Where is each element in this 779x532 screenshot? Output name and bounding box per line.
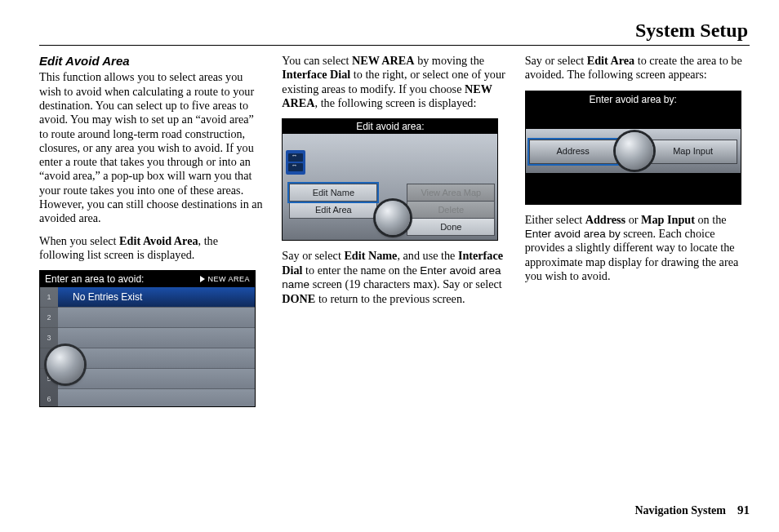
col3-paragraph-1: Say or select Edit Area to create the ar… bbox=[525, 54, 750, 82]
col2-paragraph-1: You can select NEW AREA by moving the In… bbox=[282, 54, 506, 110]
bold-text: Edit Area bbox=[587, 54, 634, 67]
text: Say or select bbox=[525, 54, 587, 67]
header-rule bbox=[39, 45, 750, 46]
text: Say or select bbox=[282, 249, 344, 262]
footer-label: Navigation System bbox=[634, 504, 726, 516]
address-button[interactable]: Address bbox=[529, 140, 617, 164]
bold-text: DONE bbox=[282, 292, 315, 305]
num: 2 bbox=[40, 308, 58, 328]
map-input-button[interactable]: Map Input bbox=[649, 140, 737, 164]
screenshot-body: Address Map Input bbox=[526, 129, 741, 173]
text: on the bbox=[695, 213, 727, 226]
delete-button[interactable]: Delete bbox=[407, 201, 495, 219]
text: , and use the bbox=[397, 249, 457, 262]
play-icon bbox=[200, 276, 205, 282]
screenshot-body: 1 2 3 4 5 6 No Entries Exist bbox=[40, 287, 255, 407]
page-title: System Setup bbox=[39, 20, 750, 42]
screenshot-title-bar: Edit avoid area: bbox=[283, 119, 497, 134]
col1-paragraph-2: When you select Edit Avoid Area, the fol… bbox=[39, 234, 264, 263]
text: , the following screen is displayed: bbox=[315, 96, 477, 109]
text: Either select bbox=[525, 213, 585, 226]
text: You can select bbox=[282, 54, 352, 67]
bold-text: Map Input bbox=[641, 213, 695, 226]
label: NEW AREA bbox=[207, 275, 250, 284]
text: or bbox=[625, 213, 641, 226]
page-number: 91 bbox=[737, 503, 750, 516]
bold-text: Address bbox=[585, 213, 625, 226]
list-item[interactable]: No Entries Exist bbox=[58, 287, 255, 308]
section-heading: Edit Avoid Area bbox=[39, 54, 264, 69]
list-item[interactable] bbox=[58, 369, 255, 389]
bold-text: Interface Dial bbox=[282, 68, 350, 81]
rows: No Entries Exist bbox=[58, 287, 255, 407]
column-1: Edit Avoid Area This function allows you… bbox=[39, 54, 264, 415]
text: to return to the previous screen. bbox=[315, 292, 465, 305]
num: 6 bbox=[40, 389, 58, 407]
view-area-map-button[interactable]: View Area Map bbox=[407, 184, 495, 202]
dial-icon[interactable] bbox=[616, 132, 653, 170]
num: 3 bbox=[40, 328, 58, 348]
manual-page: System Setup Edit Avoid Area This functi… bbox=[0, 0, 779, 532]
column-3: Say or select Edit Area to create the ar… bbox=[525, 54, 750, 415]
screen-name: Enter avoid area by bbox=[525, 228, 621, 240]
screenshot-enter-avoid-area-by: Enter avoid area by: Address Map Input bbox=[525, 91, 741, 205]
title-text: Enter an area to avoid: bbox=[45, 273, 144, 286]
bold-text: Edit Name bbox=[344, 249, 397, 262]
page-footer: Navigation System91 bbox=[634, 503, 750, 517]
list-item[interactable] bbox=[58, 308, 255, 328]
done-button[interactable]: Done bbox=[407, 218, 495, 236]
screenshot-body: Edit Name View Area Map Edit Area Delete… bbox=[283, 134, 497, 240]
text: to enter the name on the bbox=[303, 264, 421, 277]
edit-name-button[interactable]: Edit Name bbox=[289, 184, 377, 202]
screenshot-enter-area: Enter an area to avoid: NEW AREA 1 2 3 4… bbox=[39, 270, 256, 407]
screenshot-title-bar: Enter an area to avoid: NEW AREA bbox=[40, 271, 255, 287]
list-item[interactable] bbox=[58, 328, 255, 348]
num: 1 bbox=[40, 287, 58, 308]
col1-paragraph-1: This function allows you to select areas… bbox=[39, 70, 264, 225]
columns: Edit Avoid Area This function allows you… bbox=[39, 54, 750, 415]
column-2: You can select NEW AREA by moving the In… bbox=[282, 54, 506, 415]
col2-paragraph-2: Say or select Edit Name, and use the Int… bbox=[282, 249, 506, 306]
screenshot-edit-avoid-area: Edit avoid area: Edit Name View Area Map… bbox=[282, 118, 498, 241]
text: by moving the bbox=[415, 54, 485, 67]
text: screen (19 characters max). Say or selec… bbox=[309, 277, 502, 290]
bold-text: NEW AREA bbox=[352, 54, 415, 67]
screenshot-title-bar: Enter avoid area by: bbox=[526, 91, 741, 109]
list-item[interactable] bbox=[58, 348, 255, 369]
new-area-button[interactable]: NEW AREA bbox=[200, 275, 250, 284]
bold-text: Edit Avoid Area bbox=[119, 234, 198, 247]
dial-hint-icon bbox=[286, 150, 305, 175]
list-item[interactable] bbox=[58, 389, 255, 407]
edit-area-button[interactable]: Edit Area bbox=[289, 201, 377, 219]
col3-paragraph-2: Either select Address or Map Input on th… bbox=[525, 213, 750, 284]
text: When you select bbox=[39, 234, 119, 247]
